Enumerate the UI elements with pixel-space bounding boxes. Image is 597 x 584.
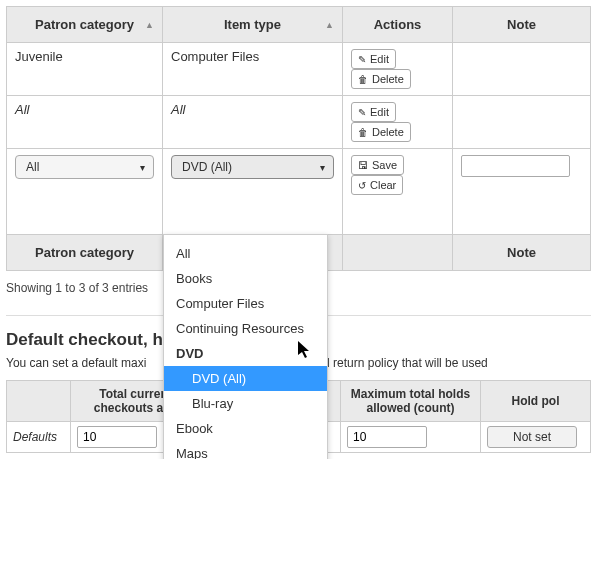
sort-icon: ▲ — [145, 20, 154, 30]
dropdown-option[interactable]: Maps — [164, 441, 327, 459]
item-type-dropdown: AllBooksComputer FilesContinuing Resourc… — [163, 234, 328, 459]
trash-icon: 🗑 — [358, 74, 368, 85]
cell-item: Computer Files — [163, 43, 343, 96]
hold-policy-select[interactable]: Not set — [487, 426, 577, 448]
sort-icon: ▲ — [325, 20, 334, 30]
total-checkouts-input[interactable] — [77, 426, 157, 448]
table-row: Juvenile Computer Files ✎Edit 🗑Delete — [7, 43, 591, 96]
dropdown-option[interactable]: Ebook — [164, 416, 327, 441]
col-actions-footer — [343, 235, 453, 271]
col-note-footer: Note — [453, 235, 591, 271]
chevron-down-icon: ▾ — [320, 162, 325, 173]
dropdown-option[interactable]: DVD (All) — [164, 366, 327, 391]
col-item-type[interactable]: Item type▲ — [163, 7, 343, 43]
col-hold-policy: Hold pol — [481, 381, 591, 422]
note-input[interactable] — [461, 155, 570, 177]
col-note: Note — [453, 7, 591, 43]
cell-item: All — [163, 96, 343, 149]
edit-button[interactable]: ✎Edit — [351, 102, 396, 122]
col-blank — [7, 381, 71, 422]
dropdown-option[interactable]: All — [164, 241, 327, 266]
patron-category-select[interactable]: All ▾ — [15, 155, 154, 179]
table-row: All All ✎Edit 🗑Delete — [7, 96, 591, 149]
dropdown-option: DVD — [164, 341, 327, 366]
chevron-down-icon: ▾ — [140, 162, 145, 173]
delete-button[interactable]: 🗑Delete — [351, 122, 411, 142]
cell-patron: All — [7, 96, 163, 149]
dropdown-option[interactable]: Books — [164, 266, 327, 291]
delete-button[interactable]: 🗑Delete — [351, 69, 411, 89]
row-label: Defaults — [7, 422, 71, 453]
cell-patron: Juvenile — [7, 43, 163, 96]
trash-icon: 🗑 — [358, 127, 368, 138]
dropdown-option[interactable]: Computer Files — [164, 291, 327, 316]
item-type-select[interactable]: DVD (All) ▾ — [171, 155, 334, 179]
col-patron-category[interactable]: Patron category▲ — [7, 7, 163, 43]
dropdown-option[interactable]: Continuing Resources — [164, 316, 327, 341]
input-row: All ▾ DVD (All) ▾ AllBooksComputer Files… — [7, 149, 591, 235]
max-holds-input[interactable] — [347, 426, 427, 448]
edit-button[interactable]: ✎Edit — [351, 49, 396, 69]
clear-button[interactable]: ↺Clear — [351, 175, 403, 195]
save-icon: 🖫 — [358, 160, 368, 171]
undo-icon: ↺ — [358, 180, 366, 191]
rules-table: Patron category▲ Item type▲ Actions Note… — [6, 6, 591, 271]
pencil-icon: ✎ — [358, 107, 366, 118]
dropdown-option[interactable]: Blu-ray — [164, 391, 327, 416]
col-max-holds: Maximum total holds allowed (count) — [341, 381, 481, 422]
col-actions: Actions — [343, 7, 453, 43]
pencil-icon: ✎ — [358, 54, 366, 65]
col-patron-category-footer: Patron category — [7, 235, 163, 271]
save-button[interactable]: 🖫Save — [351, 155, 404, 175]
